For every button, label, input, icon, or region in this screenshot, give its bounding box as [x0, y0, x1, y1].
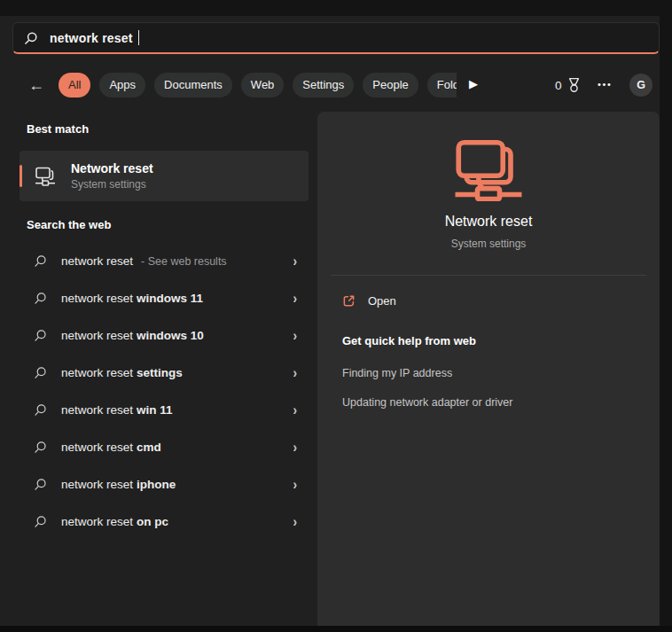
search-icon — [34, 478, 47, 491]
suggestion-query: network reset — [61, 329, 133, 342]
filter-tabs: AllAppsDocumentsWebSettingsPeopleFolders — [59, 73, 457, 98]
network-reset-icon — [34, 166, 57, 187]
chevron-right-icon: › — [293, 477, 298, 492]
filter-tab-web[interactable]: Web — [241, 73, 285, 98]
search-box[interactable]: network reset — [12, 22, 660, 54]
chevron-right-icon: › — [293, 328, 298, 343]
search-input-value[interactable]: network reset — [50, 31, 133, 45]
web-suggestion-row[interactable]: network reseton pc › — [20, 503, 309, 540]
network-reset-large-icon — [453, 139, 524, 201]
open-action[interactable]: Open — [342, 292, 396, 309]
window-edge-top — [0, 0, 672, 16]
preview-subtitle: System settings — [317, 238, 660, 250]
suggestion-suffix: windows 10 — [137, 329, 204, 342]
suggestion-text: network resetiphone — [61, 478, 293, 491]
search-icon — [34, 292, 47, 305]
help-link-adapter-driver[interactable]: Updating network adapter or driver — [342, 396, 512, 409]
search-flyout-window: network reset ← AllAppsDocumentsWebSetti… — [0, 0, 672, 632]
suggestion-query: network reset — [61, 254, 133, 268]
search-web-header: Search the web — [27, 218, 111, 231]
best-match-result[interactable]: Network reset System settings — [20, 151, 309, 201]
web-suggestion-row[interactable]: network resetwin 11 › — [20, 391, 309, 428]
suggestion-suffix: windows 11 — [137, 292, 203, 305]
preview-title: Network reset — [317, 214, 660, 230]
best-match-title: Network reset — [71, 161, 153, 176]
quick-help-header: Get quick help from web — [342, 334, 476, 347]
account-avatar[interactable]: G — [629, 74, 652, 97]
search-icon — [34, 366, 47, 379]
help-link-ip-address[interactable]: Finding my IP address — [342, 367, 452, 379]
suggestion-query: network reset — [61, 441, 133, 454]
suggestion-text: network reset- See web results — [61, 254, 293, 268]
search-icon — [34, 515, 47, 528]
suggestion-text: network resetwindows 10 — [61, 329, 293, 342]
web-suggestion-row[interactable]: network resetiphone › — [20, 465, 309, 503]
filter-tab-all[interactable]: All — [59, 73, 90, 98]
web-suggestion-row[interactable]: network resetcmd › — [20, 428, 309, 465]
suggestion-suffix: settings — [137, 366, 183, 379]
more-options-button[interactable]: ••• — [598, 74, 612, 94]
suggestion-text: network resetwindows 11 — [61, 292, 293, 305]
suggestion-suffix: cmd — [137, 441, 161, 454]
search-icon — [34, 403, 47, 417]
chevron-right-icon: › — [293, 291, 298, 306]
filter-tab-settings[interactable]: Settings — [293, 73, 354, 98]
window-edge-right — [660, 0, 672, 632]
chevron-right-icon: › — [293, 254, 298, 269]
suggestion-text: network resetcmd — [61, 441, 293, 454]
suggestion-query: network reset — [61, 403, 133, 417]
suggestion-suffix: win 11 — [137, 403, 173, 417]
suggestion-note: - See web results — [141, 255, 227, 268]
chevron-right-icon: › — [293, 402, 298, 417]
web-suggestion-row[interactable]: network resetwindows 11 › — [20, 279, 309, 316]
rewards-medal-icon — [567, 77, 582, 94]
suggestion-text: network resetsettings — [61, 366, 293, 379]
window-edge-bottom — [0, 626, 672, 632]
best-match-subtitle: System settings — [71, 178, 153, 191]
suggestion-text: network reseton pc — [61, 515, 293, 528]
search-icon — [24, 31, 38, 45]
open-label: Open — [368, 294, 396, 308]
filter-tab-folders[interactable]: Folders — [427, 73, 457, 98]
suggestion-query: network reset — [61, 515, 133, 528]
back-button[interactable]: ← — [28, 75, 44, 95]
chevron-right-icon: › — [293, 514, 298, 529]
text-cursor — [138, 30, 139, 45]
search-icon — [34, 254, 47, 268]
rewards-count: 0 — [555, 79, 562, 92]
suggestion-query: network reset — [61, 366, 133, 379]
web-suggestion-row[interactable]: network resetsettings › — [20, 354, 309, 391]
preview-panel: Network reset System settings Open Get q… — [317, 112, 660, 626]
filter-tab-documents[interactable]: Documents — [154, 73, 232, 98]
suggestion-suffix: iphone — [137, 478, 176, 491]
suggestion-suffix: on pc — [137, 515, 168, 528]
filter-tab-apps[interactable]: Apps — [99, 73, 145, 98]
suggestion-query: network reset — [61, 478, 133, 491]
open-external-icon — [342, 294, 356, 308]
selection-accent-bar — [20, 165, 22, 187]
chevron-right-icon: › — [293, 365, 298, 380]
suggestion-query: network reset — [61, 292, 133, 305]
chevron-right-icon: › — [293, 440, 298, 455]
search-icon — [34, 441, 47, 454]
search-icon — [34, 329, 47, 342]
scroll-filters-right-button[interactable]: ▶ — [469, 77, 478, 90]
best-match-header: Best match — [27, 122, 89, 136]
web-suggestion-row[interactable]: network resetwindows 10 › — [20, 316, 309, 354]
filter-tab-people[interactable]: People — [363, 73, 418, 98]
suggestion-text: network resetwin 11 — [61, 403, 293, 417]
web-suggestion-row[interactable]: network reset- See web results › — [20, 242, 309, 279]
rewards-button[interactable]: 0 — [555, 75, 582, 95]
web-suggestion-list: network reset- See web results › network… — [20, 242, 309, 540]
divider — [331, 275, 646, 276]
